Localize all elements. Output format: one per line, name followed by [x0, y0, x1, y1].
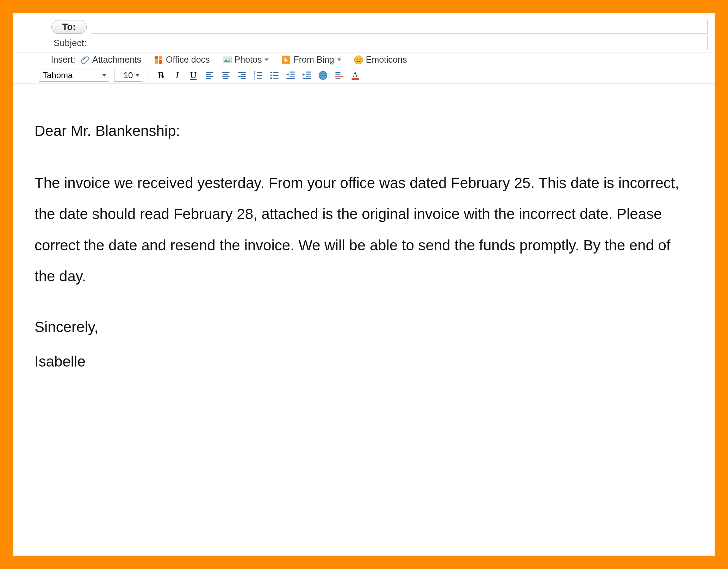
frame-border: To: Subject: Insert: Attachments: [0, 0, 728, 569]
office-docs-button[interactable]: Office docs: [154, 55, 210, 65]
font-size-select[interactable]: 10: [114, 69, 142, 82]
align-left-button[interactable]: [204, 70, 215, 81]
italic-button[interactable]: I: [172, 70, 183, 81]
photos-label: Photos: [235, 55, 262, 65]
insert-label: Insert:: [13, 55, 80, 65]
svg-marker-39: [286, 73, 288, 76]
insert-hr-button[interactable]: [334, 70, 345, 81]
font-color-button[interactable]: A: [350, 70, 361, 81]
to-input[interactable]: [91, 20, 708, 34]
divider: [149, 70, 149, 81]
photos-button[interactable]: Photos: [223, 55, 269, 65]
hr-icon: [334, 70, 344, 80]
align-right-button[interactable]: [236, 70, 248, 81]
message-body[interactable]: Dear Mr. Blankenship: The invoice we rec…: [13, 84, 715, 376]
svg-rect-0: [155, 56, 158, 60]
svg-marker-44: [303, 73, 305, 76]
photos-icon: [223, 55, 232, 64]
svg-point-31: [270, 77, 272, 79]
insert-row: Insert: Attachments Office docs: [13, 52, 715, 67]
svg-rect-2: [155, 60, 158, 64]
emoticons-button[interactable]: Emoticons: [354, 55, 407, 65]
from-bing-label: From Bing: [293, 55, 334, 65]
format-toolbar: Tahoma 10 B I U: [13, 67, 715, 84]
numbered-list-icon: 123: [253, 70, 263, 80]
align-right-icon: [237, 70, 247, 80]
office-docs-label: Office docs: [166, 55, 210, 65]
attachments-label: Attachments: [92, 55, 141, 65]
subject-label: Subject:: [13, 38, 91, 49]
body-paragraph: The invoice we received yesterday. From …: [35, 168, 693, 292]
insert-link-button[interactable]: [317, 70, 329, 81]
subject-row: Subject:: [13, 36, 715, 50]
align-center-icon: [221, 70, 231, 80]
bold-button[interactable]: B: [155, 70, 167, 81]
to-label-area: To:: [13, 20, 91, 34]
body-greeting: Dear Mr. Blankenship:: [35, 115, 693, 146]
chevron-down-icon: [102, 74, 106, 77]
header-region: To: Subject: Insert: Attachments: [13, 13, 715, 84]
svg-rect-3: [159, 60, 162, 64]
globe-link-icon: [318, 70, 328, 80]
font-select-value: Tahoma: [43, 70, 73, 80]
svg-point-9: [356, 58, 357, 60]
emoticon-icon: [354, 55, 363, 64]
svg-point-6: [228, 57, 230, 59]
svg-rect-51: [352, 78, 359, 80]
subject-input[interactable]: [91, 36, 708, 50]
office-docs-icon: [154, 55, 163, 64]
from-bing-button[interactable]: From Bing: [281, 55, 341, 65]
bullet-list-icon: [269, 70, 279, 80]
svg-point-8: [354, 56, 363, 64]
indent-button[interactable]: [301, 70, 312, 81]
svg-point-10: [359, 58, 360, 60]
body-signature: Isabelle: [35, 348, 693, 376]
outdent-button[interactable]: [285, 70, 296, 81]
paperclip-icon: [80, 55, 89, 64]
chevron-down-icon: [136, 74, 139, 77]
outdent-icon: [286, 70, 295, 80]
underline-button[interactable]: U: [188, 70, 199, 81]
bing-icon: [281, 55, 291, 64]
indent-icon: [302, 70, 312, 80]
font-color-icon: A: [350, 70, 360, 80]
compose-window: To: Subject: Insert: Attachments: [13, 13, 715, 556]
svg-text:3: 3: [254, 77, 255, 80]
svg-text:A: A: [353, 70, 358, 79]
font-select[interactable]: Tahoma: [39, 69, 109, 82]
svg-point-29: [270, 72, 272, 74]
emoticons-label: Emoticons: [366, 55, 407, 65]
font-size-value: 10: [124, 70, 133, 80]
numbered-list-button[interactable]: 123: [253, 70, 264, 81]
to-row: To:: [13, 20, 715, 34]
bullet-list-button[interactable]: [269, 70, 280, 81]
align-left-icon: [205, 70, 214, 80]
chevron-down-icon: [265, 58, 269, 61]
align-center-button[interactable]: [220, 70, 231, 81]
attachments-button[interactable]: Attachments: [80, 55, 141, 65]
chevron-down-icon: [337, 58, 341, 61]
body-closing: Sincerely,: [35, 313, 693, 341]
svg-rect-1: [159, 56, 162, 60]
to-button[interactable]: To:: [51, 20, 87, 34]
svg-point-30: [270, 75, 272, 76]
